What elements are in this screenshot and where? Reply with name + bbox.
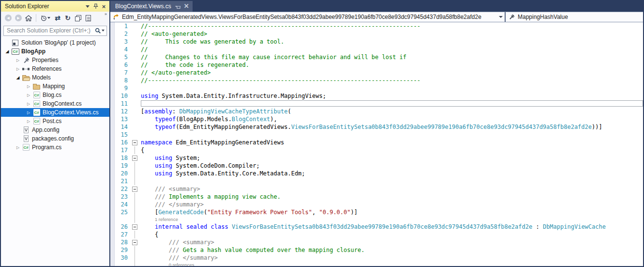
- tree-item-post-cs[interactable]: ▷C#Post.cs: [1, 117, 109, 126]
- expander-collapsed-icon[interactable]: ▷: [25, 84, 32, 89]
- tree-item-blogapp[interactable]: ◢C#BlogApp: [1, 47, 109, 56]
- line-number: 27: [116, 231, 128, 238]
- csharp-file-icon: C#: [23, 144, 30, 151]
- fold-margin: [128, 53, 141, 61]
- window-position-button[interactable]: [83, 2, 91, 11]
- code-line-13: 13 typeof(BlogApp.Models.BlogContext),: [110, 115, 643, 123]
- tree-item-mapping[interactable]: ▷Mapping: [1, 82, 109, 91]
- line-number: 24: [116, 201, 128, 208]
- type-dropdown-arrow[interactable]: [497, 16, 505, 18]
- tree-item-packages-config[interactable]: packages.config: [1, 134, 109, 143]
- line-number: 29: [116, 246, 128, 254]
- expander-collapsed-icon[interactable]: ▷: [25, 102, 32, 106]
- tab-close-button[interactable]: ✕: [184, 3, 189, 9]
- fold-collapse-button[interactable]: [128, 223, 141, 231]
- codelens-references[interactable]: 1 reference: [110, 216, 643, 223]
- code-line-15: 15: [110, 131, 643, 139]
- tree-item-label: Models: [30, 74, 51, 81]
- refresh-button[interactable]: ↻: [63, 14, 72, 22]
- expander-expanded-icon[interactable]: ◢: [15, 75, 21, 80]
- codelens-label[interactable]: 1 reference: [141, 216, 178, 223]
- folder-open-icon: [22, 76, 30, 81]
- sync-arrows-icon: ⇄: [55, 14, 60, 22]
- code-line-22: 22 /// <summary>: [110, 185, 643, 193]
- close-button[interactable]: ×: [100, 2, 108, 11]
- tree-item-references[interactable]: ▷References: [1, 64, 109, 73]
- toolbar-separator: [36, 14, 36, 22]
- show-all-files-icon: [86, 15, 91, 21]
- fold-margin: [128, 22, 141, 30]
- line-number: 4: [116, 46, 128, 53]
- tree-item-label: packages.config: [30, 135, 74, 142]
- line-number: 13: [116, 115, 128, 123]
- solution-explorer-toolbar: ◄►⇄↻»: [1, 12, 109, 24]
- expander-collapsed-icon[interactable]: ▷: [15, 67, 21, 71]
- fold-margin: [128, 46, 141, 53]
- member-dropdown[interactable]: MappingHashValue: [506, 12, 643, 22]
- pin-icon: [93, 3, 98, 9]
- tab-blogcontext-views[interactable]: BlogContext.Views.cs ✕: [110, 1, 193, 12]
- toolbar-overflow-icon[interactable]: »: [105, 12, 107, 16]
- solution-explorer-tree: Solution 'BlogApp' (1 project)◢C#BlogApp…: [1, 37, 109, 266]
- sync-with-active-document-button[interactable]: ⇄: [53, 14, 62, 22]
- tree-item-app-config[interactable]: App.config: [1, 126, 109, 134]
- line-number: 21: [116, 177, 128, 185]
- fold-collapse-button[interactable]: [128, 185, 141, 193]
- expander-expanded-icon[interactable]: ◢: [4, 49, 11, 54]
- chevron-down-icon: [499, 16, 503, 18]
- tab-pin-button[interactable]: [175, 4, 180, 9]
- solution-explorer-titlebar[interactable]: Solution Explorer ×: [1, 1, 109, 12]
- expander-collapsed-icon[interactable]: ▷: [25, 110, 32, 115]
- codelens-references[interactable]: 0 references: [110, 262, 643, 266]
- pin-button[interactable]: [91, 2, 100, 11]
- collapse-all-button[interactable]: [74, 14, 82, 22]
- code-line-8: 8//-------------------------------------…: [110, 77, 643, 84]
- fold-collapse-button[interactable]: [128, 139, 141, 146]
- fold-margin: [128, 201, 141, 208]
- code-line-27: 27 {: [110, 231, 643, 238]
- home-button[interactable]: [24, 14, 33, 22]
- expander-collapsed-icon[interactable]: ▷: [15, 58, 21, 63]
- expander-collapsed-icon[interactable]: ▷: [15, 145, 21, 150]
- code-line-5: 5// Changes to this file may cause incor…: [110, 53, 643, 61]
- tree-item-blog-cs[interactable]: ▷C#Blog.cs: [1, 91, 109, 99]
- code-line-17: 17{: [110, 146, 643, 154]
- close-icon: ×: [102, 3, 106, 10]
- fold-margin: [128, 84, 141, 92]
- tree-item-blogcontext-views-cs[interactable]: ▷C#BlogContext.Views.cs: [1, 108, 109, 117]
- search-options-chevron-icon[interactable]: [102, 30, 105, 31]
- fold-margin: [128, 30, 141, 38]
- fold-collapse-button[interactable]: [128, 154, 141, 162]
- show-all-files-button[interactable]: [84, 14, 92, 22]
- chevron-down-icon: [47, 17, 50, 19]
- type-dropdown[interactable]: Edm_EntityMappingGeneratedViews.ViewsFor…: [110, 12, 505, 22]
- tree-item-program-cs[interactable]: ▷C#Program.cs: [1, 143, 109, 152]
- code-line-19: 19 using System.CodeDom.Compiler;: [110, 162, 643, 170]
- property-wrench-icon: [509, 14, 515, 20]
- codelens-label[interactable]: 0 references: [141, 262, 195, 266]
- fold-margin: [128, 77, 141, 84]
- search-input[interactable]: Search Solution Explorer (Ctrl+;): [3, 26, 107, 36]
- tree-item-label: Solution 'BlogApp' (1 project): [20, 39, 96, 46]
- back-button[interactable]: ◄: [4, 14, 13, 22]
- solution-explorer-title: Solution Explorer: [5, 3, 83, 10]
- code-line-26: 26 internal sealed class ViewsForBaseEnt…: [110, 223, 643, 231]
- collapse-all-icon: [75, 15, 81, 21]
- forward-button[interactable]: ►: [14, 14, 23, 22]
- fold-margin: [128, 115, 141, 123]
- fold-collapse-button[interactable]: [128, 238, 141, 246]
- document-tab-bar: BlogContext.Views.cs ✕: [110, 1, 643, 12]
- expander-collapsed-icon[interactable]: ▷: [25, 119, 32, 124]
- pending-changes-filter-button[interactable]: [39, 14, 52, 22]
- line-number: 6: [116, 61, 128, 69]
- code-line-14: 14 typeof(Edm_EntityMappingGeneratedView…: [110, 123, 643, 131]
- navigation-bar: Edm_EntityMappingGeneratedViews.ViewsFor…: [110, 12, 643, 22]
- tree-item-blogcontext-cs[interactable]: ▷C#BlogContext.cs: [1, 99, 109, 108]
- code-editor-surface[interactable]: 1//-------------------------------------…: [110, 22, 643, 266]
- tree-item-models[interactable]: ◢Models: [1, 73, 109, 82]
- line-number: 22: [116, 185, 128, 193]
- fold-margin: [128, 131, 141, 139]
- expander-collapsed-icon[interactable]: ▷: [25, 93, 32, 97]
- tree-item-properties[interactable]: ▷Properties: [1, 56, 109, 64]
- tree-item-solution-blogapp-1-project[interactable]: Solution 'BlogApp' (1 project): [1, 38, 109, 47]
